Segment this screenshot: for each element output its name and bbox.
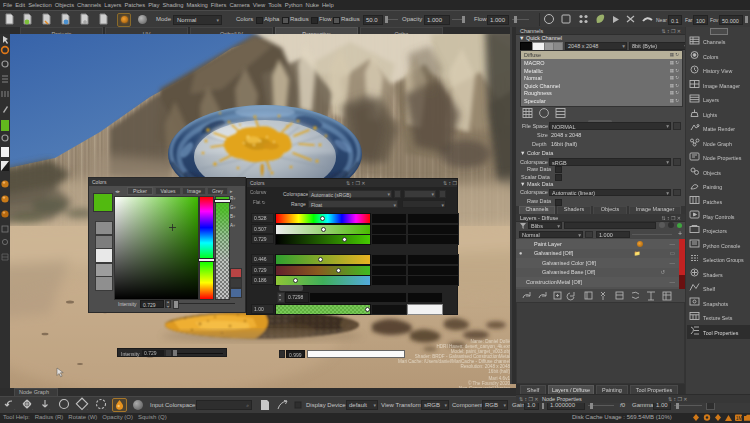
svg-text:.: . — [68, 406, 69, 411]
svg-text:.: . — [87, 406, 88, 411]
svg-text:.: . — [32, 406, 33, 411]
svg-text:.: . — [14, 406, 15, 411]
svg-text:1M: 1M — [736, 416, 743, 421]
svg-text:16bit (half): 16bit (half) — [488, 369, 510, 374]
svg-text:.: . — [105, 406, 106, 411]
svg-text:.: . — [49, 406, 50, 411]
